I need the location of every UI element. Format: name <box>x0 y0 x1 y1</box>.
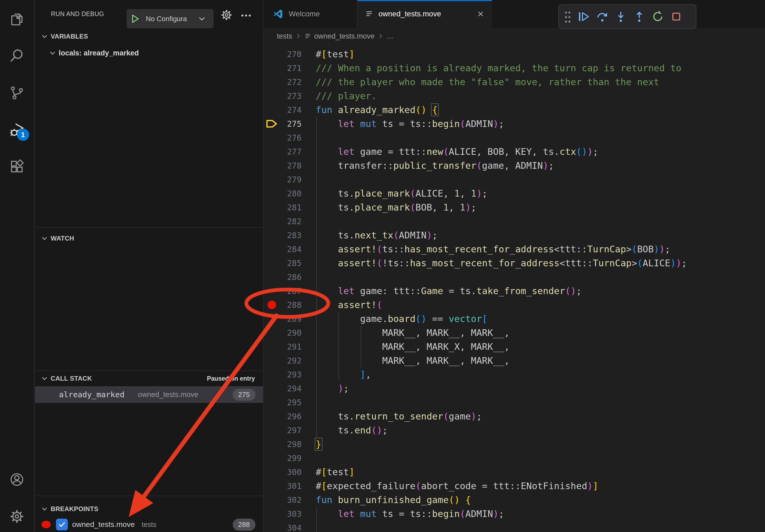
step-into-button[interactable] <box>614 10 628 24</box>
activity-bar-item-source-control[interactable] <box>9 85 25 101</box>
code-text[interactable]: MARK__, MARK__, MARK__, <box>316 354 509 368</box>
gutter-glyph-margin[interactable] <box>264 75 280 89</box>
gutter-glyph-margin[interactable] <box>264 89 280 103</box>
gutter-glyph-margin[interactable] <box>264 103 280 117</box>
debug-configuration-dropdown[interactable]: No Configura <box>127 9 214 28</box>
breakpoint-list-item[interactable]: owned_tests.move tests 288 <box>35 517 263 532</box>
activity-bar-item-account[interactable] <box>9 471 25 487</box>
activity-bar-item-explorer[interactable] <box>9 11 25 27</box>
code-text[interactable]: } <box>316 437 322 451</box>
code-text[interactable]: /// player. <box>316 89 377 103</box>
activity-bar-item-settings[interactable] <box>9 508 25 524</box>
locals-tree-item[interactable]: locals: already_marked <box>35 46 263 61</box>
gutter-glyph-margin[interactable] <box>264 326 280 340</box>
gutter-glyph-margin[interactable] <box>264 507 280 521</box>
step-out-button[interactable] <box>632 10 646 24</box>
code-text[interactable]: MARK__, MARK__, MARK__, <box>316 326 509 340</box>
code-text[interactable]: fun burn_unfinished_game() { <box>316 493 471 507</box>
gutter-glyph-margin[interactable] <box>264 340 280 354</box>
code-text[interactable]: assert!(!ts::has_most_recent_for_address… <box>316 256 687 270</box>
line-number: 287 <box>280 286 302 296</box>
code-text[interactable]: ts.return_to_sender(game); <box>316 409 482 423</box>
gutter-glyph-margin[interactable] <box>264 186 280 200</box>
stop-button[interactable] <box>669 10 683 24</box>
gutter-glyph-margin[interactable] <box>264 61 280 75</box>
start-debugging-icon[interactable] <box>129 13 141 25</box>
step-over-button[interactable] <box>595 10 609 24</box>
code-text[interactable]: let mut ts = ts::begin(ADMIN); <box>316 117 504 131</box>
code-text[interactable]: transfer::public_transfer(game, ADMIN); <box>316 158 554 172</box>
code-text[interactable]: ts.place_mark(BOB, 1, 1); <box>316 200 476 214</box>
breadcrumb-file[interactable]: owned_tests.move <box>314 32 375 40</box>
code-text[interactable]: assert!( <box>316 298 382 312</box>
call-stack-section-header[interactable]: CALL STACK Paused on entry <box>35 371 263 386</box>
gutter-glyph-margin[interactable] <box>264 409 280 423</box>
gutter-glyph-margin[interactable] <box>264 47 280 61</box>
gutter-glyph-margin[interactable] <box>264 131 280 145</box>
tab-welcome[interactable]: Welcome <box>264 0 358 28</box>
code-text[interactable]: ts.end(); <box>316 423 388 437</box>
gutter-glyph-margin[interactable] <box>264 451 280 465</box>
continue-button[interactable] <box>577 10 591 24</box>
code-line-291: 291 MARK__, MARK_X, MARK__, <box>264 340 765 354</box>
more-actions-icon[interactable] <box>240 10 252 21</box>
gutter-glyph-margin[interactable] <box>264 312 280 326</box>
breadcrumb-folder[interactable]: tests <box>277 32 292 40</box>
gutter-glyph-margin[interactable] <box>264 228 280 242</box>
activity-bar-item-run-and-debug[interactable]: 1 <box>9 122 25 138</box>
gutter-glyph-margin[interactable] <box>264 256 280 270</box>
gutter-glyph-margin[interactable] <box>264 382 280 396</box>
code-text[interactable]: #[test] <box>316 465 355 479</box>
breakpoint-dot-icon <box>42 521 51 528</box>
code-text[interactable]: ], <box>316 368 371 382</box>
gutter-glyph-margin[interactable] <box>264 117 280 131</box>
gutter-glyph-margin[interactable] <box>264 242 280 256</box>
code-text[interactable]: let mut ts = ts::begin(ADMIN); <box>316 507 504 521</box>
gutter-glyph-margin[interactable] <box>264 214 280 228</box>
gutter-glyph-margin[interactable] <box>264 354 280 368</box>
restart-button[interactable] <box>651 10 665 24</box>
gutter-glyph-margin[interactable] <box>264 145 280 158</box>
close-icon[interactable] <box>476 10 485 18</box>
gutter-glyph-margin[interactable] <box>264 200 280 214</box>
code-text[interactable]: /// the player who made the "false" move… <box>316 75 659 89</box>
code-text[interactable]: ts.place_mark(ALICE, 1, 1); <box>316 186 487 200</box>
breakpoint-checkbox[interactable] <box>56 519 68 530</box>
tab-owned-tests-move[interactable]: owned_tests.move <box>358 0 492 28</box>
code-text[interactable]: fun already_marked() { <box>316 103 438 117</box>
variables-section-header[interactable]: VARIABLES <box>35 29 263 44</box>
gutter-glyph-margin[interactable] <box>264 423 280 437</box>
toolbar-drag-grip-icon[interactable] <box>563 9 572 24</box>
code-text[interactable]: #[test] <box>316 47 355 61</box>
gutter-glyph-margin[interactable] <box>264 368 280 382</box>
gutter-glyph-margin[interactable] <box>264 437 280 451</box>
gutter-glyph-margin[interactable] <box>264 298 280 312</box>
gutter-glyph-margin[interactable] <box>264 465 280 479</box>
gutter-glyph-margin[interactable] <box>264 172 280 186</box>
code-text[interactable]: /// When a position is already marked, t… <box>316 61 681 75</box>
call-stack-frame[interactable]: already_marked owned_tests.move 275 <box>35 386 263 403</box>
code-editor[interactable]: 270#[test]271/// When a position is alre… <box>264 45 765 532</box>
gutter-glyph-margin[interactable] <box>264 284 280 298</box>
gutter-glyph-margin[interactable] <box>264 158 280 172</box>
gutter-glyph-margin[interactable] <box>264 479 280 493</box>
watch-section-header[interactable]: WATCH <box>35 231 263 246</box>
code-text[interactable]: #[expected_failure(abort_code = ttt::ENo… <box>316 479 598 493</box>
activity-bar-item-search[interactable] <box>9 48 25 64</box>
code-text[interactable]: let game = ttt::new(ALICE, BOB, KEY, ts.… <box>316 145 598 158</box>
code-text[interactable]: ts.next_tx(ADMIN); <box>316 228 438 242</box>
gutter-glyph-margin[interactable] <box>264 521 280 532</box>
breadcrumb-symbol[interactable]: … <box>386 32 393 40</box>
activity-bar-item-extensions[interactable] <box>9 158 25 175</box>
code-text[interactable]: game.board() == vector[ <box>316 312 487 326</box>
code-text[interactable]: MARK__, MARK_X, MARK__, <box>316 340 509 354</box>
code-text[interactable]: ); <box>316 382 349 396</box>
gutter-glyph-margin[interactable] <box>264 493 280 507</box>
breakpoints-section-header[interactable]: BREAKPOINTS <box>35 501 263 516</box>
gutter-glyph-margin[interactable] <box>264 396 280 409</box>
gutter-glyph-margin[interactable] <box>264 270 280 284</box>
code-text[interactable]: let game: ttt::Game = ts.take_from_sende… <box>316 284 582 298</box>
code-text[interactable]: assert!(ts::has_most_recent_for_address<… <box>316 242 670 256</box>
line-number: 295 <box>280 398 302 407</box>
debug-settings-gear-icon[interactable] <box>220 9 233 21</box>
